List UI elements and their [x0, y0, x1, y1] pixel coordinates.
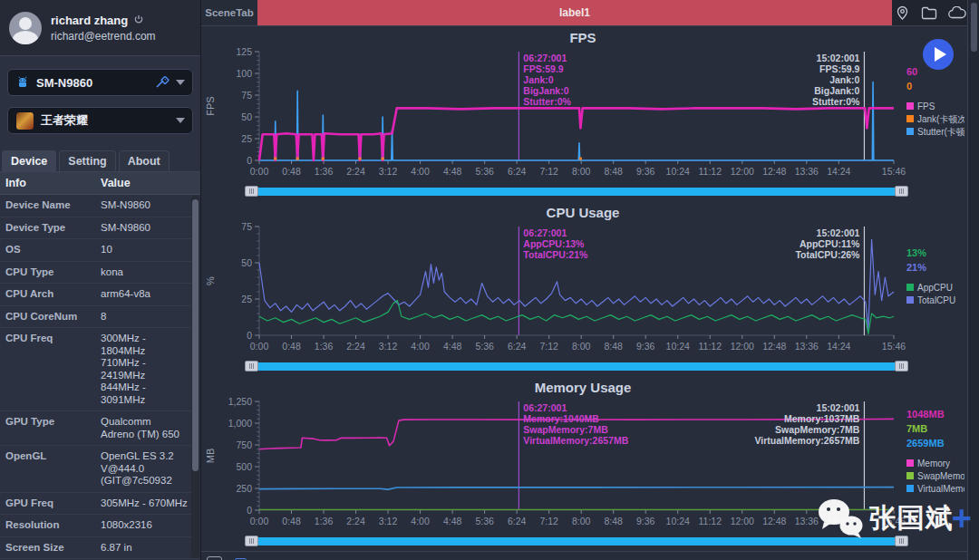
slider-handle-right[interactable]	[895, 536, 908, 546]
cloud-icon[interactable]	[948, 6, 966, 19]
svg-text:8:00: 8:00	[572, 341, 591, 352]
svg-text:Jank(卡顿次数): Jank(卡顿次数)	[917, 114, 964, 124]
svg-text:15:02:001: 15:02:001	[817, 53, 860, 63]
fps-chart[interactable]: 0255075100125FPS0:000:481:362:243:124:00…	[201, 46, 967, 186]
svg-text:0:48: 0:48	[282, 516, 301, 526]
svg-text:Stutter(卡顿率): Stutter(卡顿率)	[917, 127, 964, 137]
svg-text:Memory:1037MB: Memory:1037MB	[784, 413, 860, 424]
svg-text:15:46: 15:46	[882, 516, 906, 526]
svg-text:8:48: 8:48	[604, 166, 623, 177]
svg-text:9:36: 9:36	[636, 516, 655, 526]
app-icon	[15, 111, 34, 130]
slider-track[interactable]	[258, 537, 895, 546]
svg-text:5:36: 5:36	[475, 166, 494, 177]
fps-chart-title: FPS	[201, 26, 964, 46]
svg-text:0: 0	[247, 155, 252, 166]
svg-text:75: 75	[241, 221, 252, 232]
cpu-range-slider[interactable]	[245, 361, 908, 372]
svg-text:VirtualMemory: VirtualMemory	[917, 484, 964, 494]
svg-text:1,000: 1,000	[228, 418, 252, 429]
bottom-bar: Log	[201, 551, 967, 560]
svg-text:Memory: Memory	[917, 459, 950, 468]
cpu-chart[interactable]: 0255075%0:000:481:362:243:124:004:485:36…	[201, 221, 967, 361]
memory-chart[interactable]: 02505007501,0001,250MB0:000:481:362:243:…	[201, 396, 967, 536]
tab-device[interactable]: Device	[2, 150, 56, 171]
svg-text:11:12: 11:12	[699, 341, 722, 352]
table-row: CPU Freq300MHz - 1804MHz 710MHz - 2419MH…	[0, 328, 200, 411]
svg-text:8:48: 8:48	[604, 341, 623, 352]
svg-text:TotalCPU: TotalCPU	[917, 295, 955, 305]
svg-text:13%: 13%	[906, 247, 926, 258]
svg-text:750: 750	[236, 439, 252, 450]
app-select[interactable]: 王者荣耀	[7, 107, 193, 134]
chevron-down-icon	[176, 80, 185, 85]
slider-track[interactable]	[258, 362, 895, 371]
slider-track[interactable]	[258, 188, 895, 196]
power-icon[interactable]	[133, 14, 144, 25]
svg-text:500: 500	[236, 461, 252, 472]
svg-text:75: 75	[241, 90, 252, 101]
table-scrollbar[interactable]	[191, 196, 199, 558]
slider-handle-right[interactable]	[895, 361, 908, 372]
svg-text:12:00: 12:00	[731, 516, 754, 526]
slider-handle-right[interactable]	[895, 186, 908, 197]
svg-text:25: 25	[241, 133, 252, 144]
svg-text:3:12: 3:12	[379, 341, 398, 352]
vertical-scrollbar-thumb[interactable]	[971, 3, 977, 52]
play-button[interactable]	[923, 39, 954, 70]
expand-button[interactable]	[207, 556, 222, 560]
memory-chart-title: Memory Usage	[201, 376, 964, 396]
svg-text:BigJank:0: BigJank:0	[523, 85, 568, 96]
scene-tab[interactable]: SceneTab	[201, 0, 257, 25]
svg-text:2:24: 2:24	[346, 516, 365, 526]
svg-text:4:48: 4:48	[443, 516, 462, 526]
svg-text:06:27:001: 06:27:001	[523, 53, 567, 63]
fps-chart-section: FPS 0255075100125FPS0:000:481:362:243:12…	[201, 26, 967, 201]
svg-text:12:00: 12:00	[731, 341, 754, 352]
device-select-value: SM-N9860	[36, 76, 149, 90]
slider-handle-left[interactable]	[245, 186, 258, 197]
info-label: Device Type	[0, 217, 95, 239]
memory-range-slider[interactable]	[245, 536, 908, 546]
usb-icon[interactable]	[155, 76, 170, 89]
svg-text:100: 100	[236, 68, 252, 79]
svg-text:11:12: 11:12	[699, 516, 722, 526]
svg-text:VirtualMemory:2657MB: VirtualMemory:2657MB	[755, 435, 860, 446]
svg-text:06:27:001: 06:27:001	[523, 402, 567, 413]
info-value: 8	[95, 306, 200, 328]
tab-about[interactable]: About	[119, 150, 170, 171]
slider-handle-left[interactable]	[245, 536, 258, 546]
slider-handle-left[interactable]	[245, 361, 258, 372]
info-value: kona	[95, 262, 200, 284]
folder-icon[interactable]	[921, 6, 937, 20]
svg-text:BigJank:0: BigJank:0	[814, 85, 859, 96]
svg-text:2659MB: 2659MB	[906, 438, 945, 449]
svg-text:21%: 21%	[906, 262, 926, 273]
svg-text:6:24: 6:24	[508, 516, 527, 526]
svg-text:15:46: 15:46	[882, 341, 906, 352]
device-select[interactable]: SM-N9860	[7, 69, 193, 96]
location-pin-icon[interactable]	[895, 5, 910, 21]
table-header: Info Value	[0, 172, 200, 195]
svg-text:06:27:001: 06:27:001	[523, 227, 567, 238]
topbar: SceneTab label1	[201, 0, 979, 25]
info-label: Screen Size	[0, 537, 95, 559]
vertical-scrollbar[interactable]	[967, 0, 979, 560]
svg-text:TotalCPU:21%: TotalCPU:21%	[523, 249, 588, 260]
svg-text:FPS: FPS	[917, 101, 935, 111]
svg-text:0: 0	[906, 81, 912, 92]
label1-bar[interactable]: label1	[257, 0, 892, 25]
fps-range-slider[interactable]	[245, 186, 908, 197]
svg-text:11:12: 11:12	[699, 166, 722, 177]
table-scrollbar-thumb[interactable]	[192, 199, 199, 471]
spacer	[0, 56, 200, 69]
svg-text:50: 50	[241, 111, 252, 122]
info-value: 300MHz - 1804MHz 710MHz - 2419MHz 844MHz…	[95, 328, 200, 410]
svg-text:50: 50	[241, 257, 252, 268]
svg-text:AppCPU: AppCPU	[917, 283, 953, 293]
tab-setting[interactable]: Setting	[59, 150, 115, 171]
svg-text:8:00: 8:00	[572, 166, 591, 177]
svg-text:125: 125	[236, 46, 252, 57]
svg-text:1:36: 1:36	[315, 341, 334, 352]
cpu-chart-section: CPU Usage 0255075%0:000:481:362:243:124:…	[201, 201, 967, 376]
